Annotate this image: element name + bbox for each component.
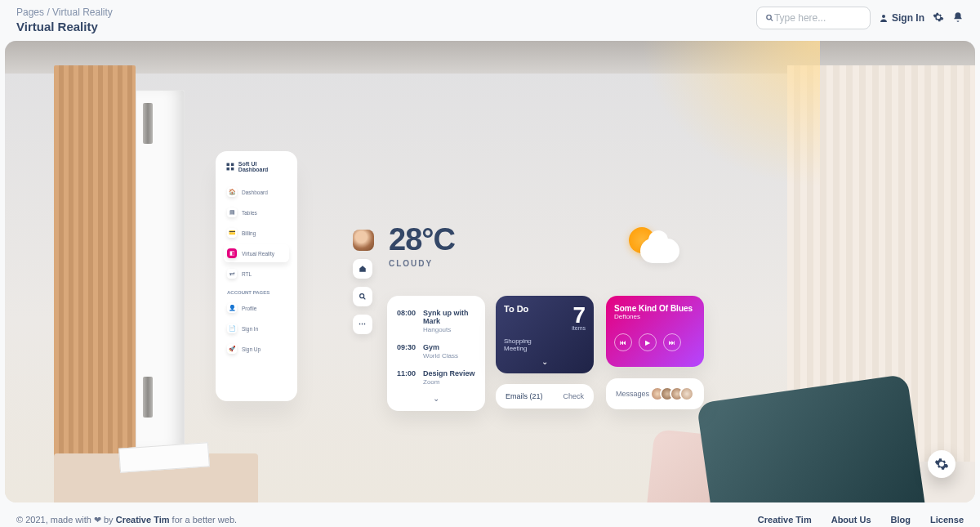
sidebar-item-vr[interactable]: ◧Virtual Reality	[224, 244, 289, 262]
prev-icon: ⏮	[620, 339, 626, 346]
user-icon	[879, 13, 889, 23]
more-pill[interactable]: ⋯	[353, 315, 372, 334]
schedule-item[interactable]: 09:30 GymWorld Class	[395, 338, 477, 364]
breadcrumb-current: Virtual Reality	[52, 7, 113, 18]
footer-link[interactable]: About Us	[831, 515, 871, 525]
sidenav: Soft UI Dashboard 🏠Dashboard ▤Tables 💳Bi…	[216, 151, 297, 401]
svg-point-2	[882, 15, 885, 18]
temperature: 28°C	[389, 222, 455, 257]
breadcrumb: Pages / Virtual Reality	[16, 7, 113, 18]
footer-link[interactable]: License	[930, 515, 964, 525]
svg-rect-5	[226, 167, 229, 170]
breadcrumb-root[interactable]: Pages	[16, 7, 44, 18]
messages-card[interactable]: Messages	[606, 378, 704, 409]
sidebar-item-profile[interactable]: 👤Profile	[224, 299, 289, 317]
gear-icon	[934, 457, 949, 471]
sidebar-item-rtl[interactable]: ⮂RTL	[224, 265, 289, 283]
page-title: Virtual Reality	[16, 20, 113, 33]
avatar[interactable]	[353, 230, 374, 251]
sidebar-item-signin[interactable]: 📄Sign In	[224, 319, 289, 337]
search-input[interactable]	[774, 12, 862, 24]
signin-link[interactable]: Sign In	[879, 12, 924, 24]
svg-point-7	[360, 294, 364, 298]
svg-line-1	[771, 19, 773, 20]
ellipsis-icon: ⋯	[359, 320, 367, 328]
play-icon: ▶	[645, 339, 650, 346]
gear-icon[interactable]	[933, 11, 944, 25]
avatar[interactable]	[679, 386, 694, 401]
sidebar-item-signup[interactable]: 🚀Sign Up	[224, 340, 289, 358]
signup-icon: 🚀	[227, 344, 237, 354]
heart-icon: ❤	[94, 515, 101, 525]
message-avatars	[650, 386, 694, 401]
player-card: Some Kind Of Blues Deftones ⏮ ▶ ⏭	[606, 296, 704, 367]
profile-icon: 👤	[227, 303, 237, 313]
schedule-card: 08:00 Synk up with MarkHangouts 09:30 Gy…	[387, 296, 485, 411]
schedule-expand[interactable]: ⌄	[395, 391, 477, 403]
svg-rect-4	[231, 163, 234, 166]
footer-link[interactable]: Blog	[891, 515, 911, 525]
schedule-item[interactable]: 08:00 Synk up with MarkHangouts	[395, 304, 477, 338]
bell-icon[interactable]	[952, 11, 964, 25]
todo-expand[interactable]: ⌄	[504, 357, 586, 366]
account-pages-label: ACCOUNT PAGES	[224, 285, 289, 297]
brand[interactable]: Soft UI Dashboard	[224, 161, 289, 181]
svg-point-0	[767, 15, 771, 19]
messages-label: Messages	[616, 390, 649, 398]
next-button[interactable]: ⏭	[663, 333, 681, 351]
emails-label: Emails (21)	[506, 392, 543, 400]
billing-icon: 💳	[227, 228, 237, 238]
company-link[interactable]: Creative Tim	[116, 515, 170, 525]
sidebar-item-tables[interactable]: ▤Tables	[224, 203, 289, 221]
emails-card[interactable]: Emails (21) Check	[496, 384, 594, 409]
next-icon: ⏭	[669, 339, 675, 346]
vr-icon: ◧	[227, 248, 237, 258]
svg-line-8	[363, 297, 365, 299]
track-artist: Deftones	[614, 313, 696, 320]
sidebar-item-dashboard[interactable]: 🏠Dashboard	[224, 183, 289, 201]
footer-link[interactable]: Creative Tim	[758, 515, 812, 525]
home-icon	[359, 265, 367, 273]
chevron-down-icon: ⌄	[433, 394, 439, 403]
home-pill[interactable]	[353, 259, 372, 279]
svg-rect-6	[231, 167, 234, 170]
prev-button[interactable]: ⏮	[614, 333, 632, 351]
footer: © 2021, made with ❤ by Creative Tim for …	[0, 502, 980, 527]
search-box[interactable]	[756, 7, 871, 29]
vr-scene: Soft UI Dashboard 🏠Dashboard ▤Tables 💳Bi…	[5, 41, 975, 502]
rtl-icon: ⮂	[227, 269, 237, 279]
signin-icon: 📄	[227, 324, 237, 333]
chevron-down-icon: ⌄	[541, 357, 548, 366]
todo-card[interactable]: To Do 7items Shopping Meeting ⌄	[496, 296, 594, 373]
settings-fab[interactable]	[928, 450, 956, 478]
weather: 28°C CLOUDY	[389, 222, 455, 268]
home-icon: 🏠	[227, 187, 237, 197]
play-button[interactable]: ▶	[639, 333, 657, 351]
schedule-item[interactable]: 11:00 Design ReviewZoom	[395, 364, 477, 391]
track-title: Some Kind Of Blues	[614, 304, 696, 313]
cloud-icon	[640, 239, 679, 263]
svg-rect-3	[226, 163, 229, 166]
sidebar-item-billing[interactable]: 💳Billing	[224, 224, 289, 242]
emails-check[interactable]: Check	[563, 392, 584, 400]
brand-icon	[225, 162, 235, 172]
search-icon	[765, 13, 774, 23]
search-pill[interactable]	[353, 287, 372, 306]
weather-condition: CLOUDY	[389, 259, 455, 268]
tables-icon: ▤	[227, 208, 237, 217]
todo-body: Shopping Meeting	[504, 337, 586, 352]
search-icon	[359, 293, 367, 301]
